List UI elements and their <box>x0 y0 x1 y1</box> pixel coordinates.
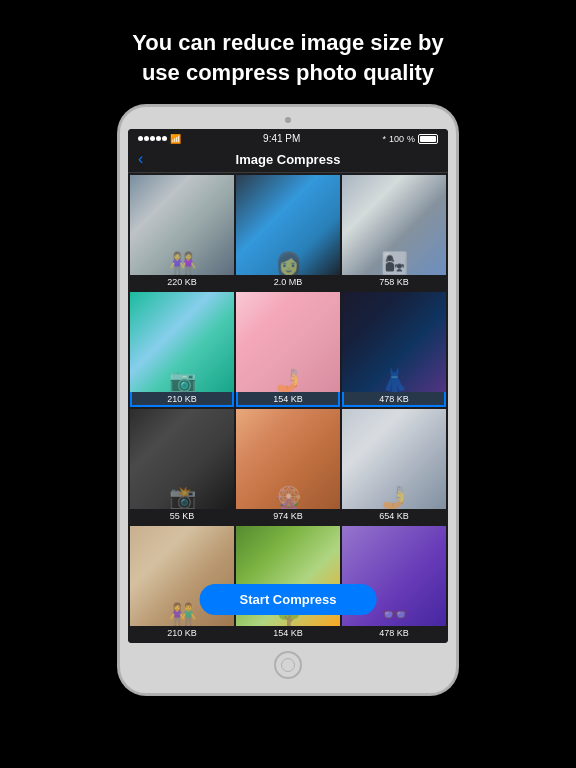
photo-person-icon-12: 👓 <box>381 604 408 626</box>
grid-cell-7[interactable]: 📸55 KB <box>130 409 234 524</box>
headline: You can reduce image size by use compres… <box>102 28 473 87</box>
file-size-9: 654 KB <box>342 509 446 524</box>
headline-line1: You can reduce image size by <box>132 30 443 55</box>
headline-line2: use compress photo quality <box>142 60 434 85</box>
photo-person-icon-10: 👫 <box>169 604 196 626</box>
home-button[interactable] <box>274 651 302 679</box>
file-size-1: 220 KB <box>130 275 234 290</box>
photo-person-icon-1: 👭 <box>169 253 196 275</box>
file-size-2: 2.0 MB <box>236 275 340 290</box>
file-size-12: 478 KB <box>342 626 446 641</box>
image-grid: 👭220 KB👩2.0 MB👩‍👧758 KB📷210 KB🤳154 KB👗47… <box>128 173 448 643</box>
photo-area-6: 👗 <box>342 292 446 392</box>
back-button[interactable]: ‹ <box>138 150 143 168</box>
photo-person-icon-5: 🤳 <box>275 370 302 392</box>
status-bar: 📶 9:41 PM * 100% <box>128 129 448 146</box>
file-size-6: 478 KB <box>342 392 446 407</box>
start-compress-button[interactable]: Start Compress <box>200 584 377 615</box>
ipad-camera <box>285 117 291 123</box>
nav-title: Image Compress <box>128 152 448 167</box>
photo-person-icon-6: 👗 <box>381 370 408 392</box>
status-right: * 100% <box>382 134 438 144</box>
photo-person-icon-8: 🎡 <box>275 487 302 509</box>
bluetooth-icon: * <box>382 134 386 144</box>
grid-cell-3[interactable]: 👩‍👧758 KB <box>342 175 446 290</box>
grid-cell-1[interactable]: 👭220 KB <box>130 175 234 290</box>
photo-area-9: 🤳 <box>342 409 446 509</box>
grid-cell-8[interactable]: 🎡974 KB <box>236 409 340 524</box>
photo-person-icon-4: 📷 <box>169 370 196 392</box>
photo-area-4: 📷 <box>130 292 234 392</box>
file-size-10: 210 KB <box>130 626 234 641</box>
file-size-7: 55 KB <box>130 509 234 524</box>
compress-overlay: Start Compress <box>200 584 377 615</box>
ipad-frame: 📶 9:41 PM * 100% ‹ Image Compress 👭220 K… <box>118 105 458 695</box>
photo-person-icon-7: 📸 <box>169 487 196 509</box>
photo-area-2: 👩 <box>236 175 340 275</box>
battery-icon <box>418 134 438 144</box>
home-button-inner <box>281 658 295 672</box>
photo-person-icon-2: 👩 <box>275 253 302 275</box>
grid-cell-9[interactable]: 🤳654 KB <box>342 409 446 524</box>
wifi-icon: 📶 <box>170 134 181 144</box>
grid-cell-4[interactable]: 📷210 KB <box>130 292 234 407</box>
battery-percent: 100 <box>389 134 404 144</box>
photo-area-8: 🎡 <box>236 409 340 509</box>
photo-area-1: 👭 <box>130 175 234 275</box>
grid-cell-6[interactable]: 👗478 KB <box>342 292 446 407</box>
file-size-3: 758 KB <box>342 275 446 290</box>
photo-area-7: 📸 <box>130 409 234 509</box>
photo-area-5: 🤳 <box>236 292 340 392</box>
file-size-11: 154 KB <box>236 626 340 641</box>
file-size-8: 974 KB <box>236 509 340 524</box>
ipad-screen: 📶 9:41 PM * 100% ‹ Image Compress 👭220 K… <box>128 129 448 643</box>
file-size-4: 210 KB <box>130 392 234 407</box>
file-size-5: 154 KB <box>236 392 340 407</box>
status-left: 📶 <box>138 134 181 144</box>
photo-person-icon-3: 👩‍👧 <box>381 253 408 275</box>
photo-area-3: 👩‍👧 <box>342 175 446 275</box>
status-time: 9:41 PM <box>263 133 300 144</box>
photo-person-icon-9: 🤳 <box>381 487 408 509</box>
grid-cell-5[interactable]: 🤳154 KB <box>236 292 340 407</box>
grid-cell-2[interactable]: 👩2.0 MB <box>236 175 340 290</box>
signal-dots <box>138 136 167 141</box>
nav-bar: ‹ Image Compress <box>128 146 448 173</box>
